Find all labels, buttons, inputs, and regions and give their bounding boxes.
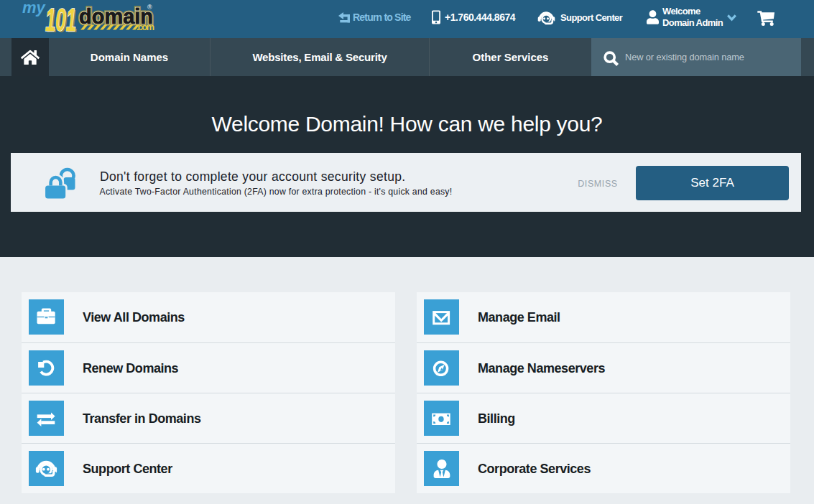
svg-text:.com: .com: [137, 22, 154, 32]
svg-text:my: my: [22, 3, 47, 17]
svg-text:101: 101: [45, 3, 76, 36]
svg-text:®: ®: [147, 4, 152, 11]
